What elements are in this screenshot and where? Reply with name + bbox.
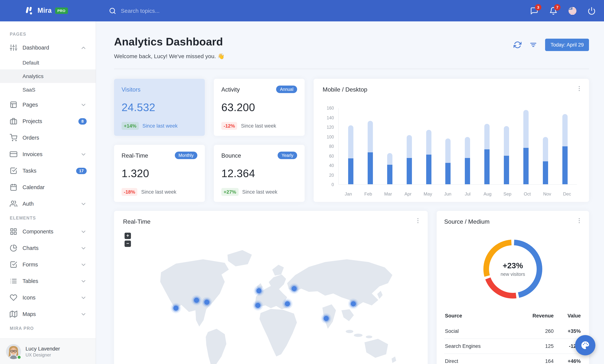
notifications-button[interactable]: 7: [549, 7, 557, 15]
map-marker: [348, 299, 358, 309]
map-card-title: Real-Time: [123, 218, 419, 225]
bar-chart-menu-button[interactable]: [576, 85, 583, 92]
bar-jul: [465, 137, 470, 184]
header-divider: [114, 69, 589, 69]
bar-dec: [562, 114, 568, 184]
map-marker: [202, 297, 212, 307]
sidebar-section-label: ELEMENTS: [0, 212, 96, 223]
sidebar-item-orders[interactable]: Orders: [0, 129, 96, 146]
sidebar-item-dashboard[interactable]: Dashboard: [0, 39, 96, 56]
main-content: Analytics Dashboard Welcome back, Lucy! …: [96, 21, 604, 364]
period-badge[interactable]: Annual: [276, 86, 297, 93]
stat-card-value: 12.364: [221, 167, 297, 180]
power-button[interactable]: [588, 7, 596, 15]
filter-button[interactable]: [529, 41, 538, 49]
grid-icon: [10, 228, 17, 235]
map-card-menu-button[interactable]: [414, 217, 422, 224]
map-marker: [289, 284, 299, 294]
sidebar-item-tasks[interactable]: Tasks17: [0, 163, 96, 179]
brand-name: Mira: [38, 7, 52, 15]
refresh-button[interactable]: [514, 41, 522, 49]
map-marker: [254, 286, 264, 296]
x-tick-label: Jul: [460, 191, 475, 197]
x-tick-label: Jun: [440, 191, 455, 197]
stat-card-value: 1.320: [122, 167, 197, 180]
sidebar-item-projects[interactable]: Projects8: [0, 113, 96, 129]
stat-card-bounce: BounceYearly12.364+27%Since last week: [214, 145, 305, 202]
period-badge[interactable]: Yearly: [278, 151, 297, 159]
map-zoom-out-button[interactable]: −: [125, 240, 131, 247]
sidebar-item-invoices[interactable]: Invoices: [0, 146, 96, 163]
sidebar-item-pages[interactable]: Pages: [0, 96, 96, 113]
sidebar-subitem-saas[interactable]: SaaS: [0, 83, 96, 96]
bar-mar: [387, 153, 392, 184]
search-input[interactable]: [121, 8, 226, 14]
sidebar-item-maps[interactable]: Maps: [0, 306, 96, 322]
revenue-cell: 125: [513, 339, 554, 354]
sidebar-item-label: Icons: [23, 295, 80, 301]
chevron-down-icon: [80, 278, 87, 284]
source-table: Source Revenue Value Social260+35%Search…: [444, 309, 581, 364]
sidebar-item-charts[interactable]: Charts: [0, 240, 96, 256]
sidebar-subitem-default[interactable]: Default: [0, 56, 96, 69]
sidebar-item-components[interactable]: Components: [0, 223, 96, 240]
y-tick-label: 0: [331, 182, 334, 187]
y-tick-label: 100: [327, 135, 334, 139]
sidebar-item-icons[interactable]: Icons: [0, 289, 96, 306]
x-tick-label: Feb: [361, 191, 376, 197]
sidebar-item-auth[interactable]: Auth: [0, 196, 96, 212]
sidebar-user[interactable]: Lucy Lavender UX Designer: [0, 339, 96, 364]
date-picker-button[interactable]: Today: April 29: [545, 39, 589, 51]
mira-logo-icon: [24, 6, 34, 16]
y-tick-label: 120: [327, 125, 334, 129]
navbar-search[interactable]: [109, 7, 226, 14]
theme-settings-fab[interactable]: [575, 335, 595, 355]
map-icon: [10, 310, 17, 318]
cart-icon: [10, 134, 17, 141]
avatar: [6, 344, 21, 359]
bar-feb: [368, 121, 373, 184]
delta-chip: -12%: [221, 122, 237, 130]
brand[interactable]: Mira PRO: [0, 6, 96, 16]
value-col-header: Value: [554, 309, 581, 324]
bar-jun: [445, 138, 451, 184]
source-cell: Search Engines: [444, 339, 513, 354]
source-cell: Direct: [444, 354, 513, 364]
user-name: Lucy Lavender: [25, 345, 60, 351]
bar-chart-plot: [338, 108, 577, 185]
navbar-actions: 3 7: [530, 7, 604, 15]
bar-sep: [504, 126, 509, 184]
sidebar-item-tables[interactable]: Tables: [0, 273, 96, 289]
sidebar-item-label: Auth: [23, 201, 80, 207]
sidebar-subitem-analytics[interactable]: Analytics: [0, 69, 96, 83]
x-tick-label: Oct: [520, 191, 535, 197]
donut-chart: +23% new visitors: [482, 239, 543, 300]
source-card-menu-button[interactable]: [576, 217, 583, 224]
chevron-down-icon: [80, 151, 87, 157]
chevron-down-icon: [80, 294, 87, 301]
top-navbar: Mira PRO 3 7: [0, 0, 604, 21]
sidebar-item-calendar[interactable]: Calendar: [0, 179, 96, 196]
y-tick-label: 80: [329, 144, 334, 149]
sidebar-item-label: Tasks: [23, 168, 76, 174]
sidebar-item-label: Projects: [23, 118, 78, 124]
bar-nov: [543, 137, 548, 184]
pro-badge: PRO: [55, 8, 68, 14]
sidebar-item-forms[interactable]: Forms: [0, 256, 96, 273]
x-tick-label: Sep: [500, 191, 515, 197]
stat-card-caption: Since last week: [142, 123, 178, 129]
messages-button[interactable]: 3: [530, 7, 538, 15]
stat-card-value: 24.532: [122, 101, 197, 114]
x-tick-label: Dec: [560, 191, 575, 197]
check-square-icon: [10, 167, 17, 175]
map-zoom-in-button[interactable]: +: [125, 233, 131, 239]
period-badge[interactable]: Monthly: [175, 151, 197, 159]
y-tick-label: 140: [327, 115, 334, 120]
language-flag-button[interactable]: [568, 7, 577, 15]
stat-card-activity: ActivityAnnual63.200-12%Since last week: [214, 79, 305, 136]
realtime-map-card: Real-Time + −: [114, 211, 428, 364]
map-marker: [253, 300, 263, 311]
donut-chart-title: Source / Medium: [444, 218, 581, 225]
value-cell: +46%: [554, 354, 581, 364]
chevron-down-icon: [80, 228, 87, 235]
